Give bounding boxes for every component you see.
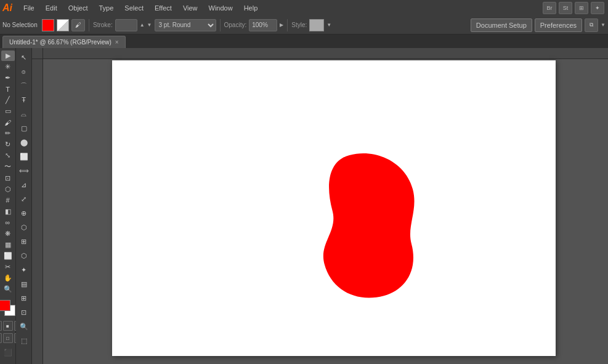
preferences-button[interactable]: Preferences xyxy=(535,18,582,32)
stock-icon[interactable]: St xyxy=(559,2,572,14)
blob-brush-tool[interactable]: ⬤ xyxy=(17,135,31,149)
menu-window[interactable]: Window xyxy=(204,3,238,13)
menu-type[interactable]: Type xyxy=(94,3,119,13)
zoom-tool[interactable]: 🔍 xyxy=(1,284,15,294)
selection-label: No Selection xyxy=(2,22,39,28)
draw-mode-icon[interactable]: ⬛ xyxy=(1,346,15,359)
mesh-tool[interactable]: # xyxy=(1,195,15,206)
stroke-up-arrow[interactable]: ▲ xyxy=(140,22,145,28)
menu-bar: Ai File Edit Object Type Select Effect V… xyxy=(0,0,608,16)
menu-object[interactable]: Object xyxy=(63,3,93,13)
app-toolbar: Br St ⊞ ✦ xyxy=(543,0,608,16)
menu-file[interactable]: File xyxy=(18,3,39,13)
properties-toolbar: No Selection 🖌 Stroke: ▲ ▼ 3 pt. Round 1… xyxy=(0,16,608,34)
canvas-area xyxy=(32,48,608,364)
tab-title: Untitled-1* @ 66.67% (RGB/Preview) xyxy=(9,39,111,46)
scale-tool[interactable]: ⤡ xyxy=(1,150,15,161)
divider-2 xyxy=(220,19,221,31)
eraser-tool[interactable]: ⬜ xyxy=(17,150,31,163)
arrange-icon[interactable]: ⧉ xyxy=(585,18,598,32)
document-tab[interactable]: Untitled-1* @ 66.67% (RGB/Preview) × xyxy=(2,36,126,48)
menu-effect[interactable]: Effect xyxy=(150,3,177,13)
blend-tool[interactable]: ∞ xyxy=(1,217,15,228)
rotate-tool[interactable]: ↻ xyxy=(1,139,15,150)
swatch-container xyxy=(0,300,17,317)
bridge-icon[interactable]: Br xyxy=(543,2,556,14)
curvature-tool[interactable]: ⌒ xyxy=(17,79,31,92)
slice-select-tool[interactable]: ⊡ xyxy=(17,305,31,319)
opacity-label: Opacity: xyxy=(224,22,247,28)
none-icon[interactable]: ⊘ xyxy=(0,321,2,331)
foreground-color-swatch[interactable] xyxy=(0,300,10,311)
live-paint-tool[interactable]: ⬡ xyxy=(17,249,31,262)
pencil-tool[interactable]: ✏ xyxy=(1,128,15,139)
arc-tool[interactable]: ⌓ xyxy=(17,107,31,121)
symbol-tool[interactable]: ❋ xyxy=(1,229,15,239)
style-arrow[interactable]: ▼ xyxy=(326,22,331,28)
line-tool[interactable]: ╱ xyxy=(1,95,15,105)
reflect-tool[interactable]: ⟺ xyxy=(17,164,31,177)
normal-mode-icon[interactable]: □ xyxy=(3,333,13,343)
hand-tool[interactable]: ✋ xyxy=(1,273,15,283)
arrange-arrow[interactable]: ▼ xyxy=(601,22,606,28)
crop-tool[interactable]: ⊞ xyxy=(17,291,31,305)
grid-icon[interactable]: ⊞ xyxy=(575,2,588,14)
magic-wand-tool[interactable]: ✳ xyxy=(1,62,15,72)
stroke-down-arrow[interactable]: ▼ xyxy=(147,22,152,28)
screen-mode-icon[interactable]: ▣ xyxy=(0,333,2,343)
color-icon[interactable]: ■ xyxy=(3,321,13,331)
toolbox-left: ▶ ✳ ✒ T ╱ ▭ 🖌 ✏ ↻ ⤡ 〜 ⊡ ⬡ # ◧ ∞ ❋ ▦ ⬜ ✂ … xyxy=(0,48,16,364)
brush-icon[interactable]: 🖌 xyxy=(71,19,85,31)
direct-select-tool[interactable]: ↖ xyxy=(17,51,31,64)
gradient-tool[interactable]: ◧ xyxy=(1,206,15,217)
toolbox-right: ↖ ⌾ ⌒ Ŧ ⌓ ▢ ⬤ ⬜ ⟺ ⊿ ⤢ ⊕ ⬡ ⊞ ⬡ ✦ ▤ ⊞ ⊡ 🔍 … xyxy=(16,48,32,364)
selection-tool[interactable]: ▶ xyxy=(1,51,15,61)
opacity-arrow[interactable]: ▶ xyxy=(280,22,283,28)
zoom-out-tool[interactable]: 🔍 xyxy=(17,320,31,333)
canvas-paper xyxy=(112,60,556,356)
graph-tool[interactable]: ▦ xyxy=(1,240,15,250)
fill-color-box[interactable] xyxy=(42,19,54,31)
stroke-label: Stroke: xyxy=(93,22,113,28)
symbol-sprayer-tool[interactable]: ✦ xyxy=(17,263,31,277)
free-transform-tool[interactable]: ⊡ xyxy=(1,173,15,184)
perspective-grid-tool[interactable]: ⬡ xyxy=(17,220,31,234)
lasso-tool[interactable]: ⌾ xyxy=(17,65,31,78)
pen-tool[interactable]: ✒ xyxy=(1,73,15,83)
bar-graph-tool[interactable]: ▤ xyxy=(17,277,31,291)
type-tool[interactable]: T xyxy=(1,84,15,94)
app-logo: Ai xyxy=(2,2,12,14)
stroke-input[interactable] xyxy=(115,19,137,31)
gradient-mesh-tool[interactable]: ⊞ xyxy=(17,235,31,248)
warp-tool[interactable]: 〜 xyxy=(1,161,15,172)
menu-select[interactable]: Select xyxy=(120,3,148,13)
tab-close-button[interactable]: × xyxy=(115,39,119,46)
rect-tool[interactable]: ▭ xyxy=(1,106,15,116)
tab-bar: Untitled-1* @ 66.67% (RGB/Preview) × xyxy=(0,34,608,48)
jellybean-shape[interactable] xyxy=(297,134,439,307)
divider-3 xyxy=(287,19,288,31)
slice-tool[interactable]: ✂ xyxy=(1,262,15,272)
ruler-vertical xyxy=(32,59,43,364)
paintbrush-tool[interactable]: 🖌 xyxy=(1,117,15,127)
rounded-rect-tool[interactable]: ▢ xyxy=(17,121,31,135)
area-type-tool[interactable]: Ŧ xyxy=(17,93,31,107)
puppet-warp-tool[interactable]: ⊕ xyxy=(17,206,31,220)
perspective-tool[interactable]: ⬡ xyxy=(1,184,15,195)
ruler-horizontal xyxy=(43,48,608,59)
style-preview[interactable] xyxy=(309,19,324,31)
style-label: Style: xyxy=(291,22,307,28)
sync-icon[interactable]: ✦ xyxy=(591,2,604,14)
stroke-color-box[interactable] xyxy=(57,19,69,31)
document-setup-button[interactable]: Document Setup xyxy=(471,18,532,32)
artboard-tool[interactable]: ⬜ xyxy=(1,251,15,261)
measure-tool[interactable]: ⬚ xyxy=(17,334,31,347)
menu-view[interactable]: View xyxy=(178,3,203,13)
opacity-input[interactable] xyxy=(249,19,277,31)
reshape-tool[interactable]: ⤢ xyxy=(17,192,31,206)
shear-tool[interactable]: ⊿ xyxy=(17,178,31,192)
stroke-type-select[interactable]: 3 pt. Round 1 pt. Round Basic xyxy=(155,19,216,31)
menu-edit[interactable]: Edit xyxy=(41,3,62,13)
menu-help[interactable]: Help xyxy=(239,3,263,13)
divider-1 xyxy=(89,19,89,31)
